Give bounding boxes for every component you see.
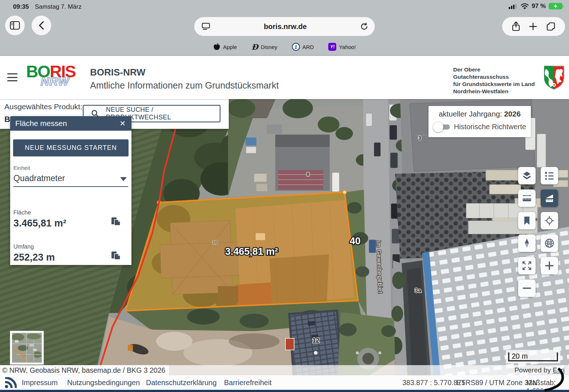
page-subtitle: Amtliche Informationen zum Grundstücksma… xyxy=(90,80,279,91)
crosshair-icon xyxy=(543,215,556,227)
favorite-yahoo[interactable]: Y! Yahoo! xyxy=(328,43,355,51)
nrw-coat-of-arms xyxy=(544,65,565,90)
perimeter-value: 252,23 m xyxy=(13,252,55,263)
favorite-label: Disney xyxy=(261,44,277,50)
ard-logo-icon: 1 xyxy=(292,43,300,51)
scale-bar-label: 20 m xyxy=(512,352,528,360)
site-header: BORIS NRW BORIS-NRW Amtliche Information… xyxy=(0,55,569,99)
house-number-40: 40 xyxy=(350,236,361,246)
link-nutzungsbedingungen[interactable]: Nutzungsbedingungen xyxy=(67,379,140,387)
map-measurement-label: 3.465,81 m² xyxy=(225,246,278,257)
status-bar: 09:35 Samstag 7. März 97 % xyxy=(0,0,569,15)
link-barrierefreiheit[interactable]: Barrierefreiheit xyxy=(224,379,272,387)
favorite-label: ARD xyxy=(302,44,314,50)
boris-logo[interactable]: BORIS NRW xyxy=(26,63,84,92)
overview-minimap[interactable] xyxy=(10,331,44,365)
historic-values-label: Historische Richtwerte xyxy=(454,123,526,131)
link-impressum[interactable]: Impressum xyxy=(22,379,58,387)
tabs-icon[interactable] xyxy=(546,22,556,31)
locate-button[interactable] xyxy=(541,212,558,229)
page-footer: Impressum Nutzungsbedingungen Datenschut… xyxy=(0,375,569,390)
chevron-down-icon xyxy=(120,177,127,181)
measure-distance-button[interactable] xyxy=(518,189,536,207)
favorites-bar: Apple Ð Disney 1 ARD Y! Yahoo! xyxy=(0,38,569,55)
scale-bar: 20 m xyxy=(506,350,560,363)
favorite-apple[interactable]: Apple xyxy=(213,43,237,51)
reload-icon[interactable] xyxy=(360,23,368,30)
measure-panel-header[interactable]: Fläche messen ✕ xyxy=(10,116,131,131)
unit-value: Quadratmeter xyxy=(13,173,65,183)
measurement-vertex[interactable] xyxy=(343,190,347,194)
legend-button[interactable] xyxy=(541,167,558,184)
close-icon[interactable]: ✕ xyxy=(119,119,126,128)
house-number-8: 8 xyxy=(306,171,309,177)
clock: 09:35 xyxy=(13,3,29,11)
basemap-globe-button[interactable] xyxy=(541,234,558,252)
copy-area-button[interactable] xyxy=(110,216,121,227)
committee-name: Der Obere Gutachterausschuss für Grundst… xyxy=(453,66,535,95)
house-number-10: 10 xyxy=(212,240,218,245)
unit-label: Einheit xyxy=(13,165,30,171)
map-coordinates: 383.877 : 5.770.875 xyxy=(402,379,466,387)
compass-button[interactable] xyxy=(518,234,536,252)
area-ruler-icon xyxy=(543,192,556,204)
year-panel: aktueller Jahrgang: 2026 Historische Ric… xyxy=(428,106,531,137)
back-button[interactable] xyxy=(32,16,51,35)
copy-perimeter-button[interactable] xyxy=(110,250,121,261)
bookmarks-button[interactable] xyxy=(518,212,536,229)
new-tab-icon[interactable] xyxy=(529,22,537,31)
crs-label: ETRS89 / UTM Zone 32N xyxy=(456,379,537,387)
area-measure-panel: Fläche messen ✕ NEUE MESSUNG STARTEN Ein… xyxy=(10,116,131,265)
back-chevron-icon xyxy=(39,21,44,30)
minimap-image xyxy=(12,333,42,363)
zoom-out-button[interactable] xyxy=(518,279,536,297)
cellular-icon xyxy=(509,3,518,9)
house-number-3a: 3a xyxy=(415,287,421,294)
powered-by: Powered by Esri xyxy=(515,366,565,374)
menu-button[interactable] xyxy=(7,73,17,81)
fullscreen-icon xyxy=(521,260,533,272)
historic-values-toggle[interactable] xyxy=(433,122,451,132)
measure-area-button[interactable] xyxy=(541,189,558,207)
toggle-knob xyxy=(433,122,443,132)
share-icon[interactable] xyxy=(512,21,520,32)
measure-panel-title: Fläche messen xyxy=(15,119,119,128)
globe-icon xyxy=(543,237,556,249)
start-measurement-button[interactable]: NEUE MESSUNG STARTEN xyxy=(13,139,129,156)
layers-icon xyxy=(521,170,533,182)
plus-icon xyxy=(543,260,556,272)
current-year-value: 2026 xyxy=(504,110,521,118)
logo-nrw: NRW xyxy=(41,75,69,88)
screen: 3.465,81 m² 40 Im Gewerbegebiet 8 3 10 3… xyxy=(0,0,569,392)
house-number-3: 3 xyxy=(418,135,421,141)
minus-icon xyxy=(521,282,533,294)
address-bar[interactable]: boris.nrw.de xyxy=(194,17,375,36)
rss-icon[interactable] xyxy=(4,377,17,389)
favorite-ard[interactable]: 1 ARD xyxy=(292,43,314,51)
link-datenschutz[interactable]: Datenschutzerklärung xyxy=(146,379,217,387)
product-label: Ausgewähltes Produkt: xyxy=(4,102,82,111)
esri-link[interactable]: Esri xyxy=(553,366,565,374)
wifi-icon xyxy=(521,3,529,9)
bookmark-icon xyxy=(521,215,533,227)
area-value: 3.465,81 m² xyxy=(13,218,66,229)
unit-select[interactable]: Quadratmeter xyxy=(13,171,128,187)
sidebar-button[interactable] xyxy=(5,16,25,35)
map-attribution: © NRW, Geobasis NRW, basemap.de / BKG 3 … xyxy=(0,365,569,375)
layers-button[interactable] xyxy=(518,167,536,184)
disney-logo-icon: Ð xyxy=(252,42,258,52)
area-label: Fläche xyxy=(13,209,31,216)
fullscreen-button[interactable] xyxy=(518,257,536,274)
battery-icon xyxy=(549,3,564,10)
yahoo-logo-icon: Y! xyxy=(328,43,336,51)
zoom-in-button[interactable] xyxy=(541,257,558,274)
favorite-label: Yahoo! xyxy=(339,44,355,50)
north-arrow-icon xyxy=(521,237,533,249)
legend-list-icon xyxy=(543,170,556,182)
apple-logo-icon xyxy=(213,43,220,51)
browser-toolbar: boris.nrw.de xyxy=(0,15,569,38)
distance-ruler-icon xyxy=(521,192,533,204)
attribution-text: © NRW, Geobasis NRW, basemap.de / BKG 3 … xyxy=(0,365,169,375)
favorite-disney[interactable]: Ð Disney xyxy=(252,42,277,52)
date: Samstag 7. März xyxy=(35,3,82,11)
